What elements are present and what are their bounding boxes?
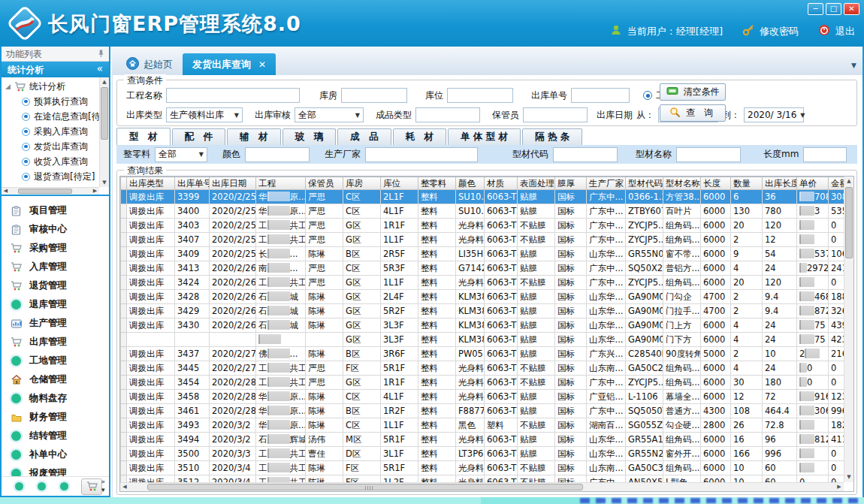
clear-conditions-button[interactable]: 清空条件	[660, 83, 726, 101]
scroll-left-icon[interactable]: ◀	[2, 188, 10, 195]
sidebar-item-工地管理[interactable]: 工地管理	[2, 352, 109, 370]
tree-item-收货入库查询[interactable]: 收货入库查询	[2, 154, 99, 169]
column-header-数量[interactable]: 数量	[731, 177, 763, 190]
table-row[interactable]: 调拨出库34282020/2/26石城陈琳G区2L4F整料KLM38176063…	[121, 290, 844, 304]
row-header-cell[interactable]	[121, 190, 127, 204]
close-button[interactable]: ✕	[844, 3, 859, 15]
column-header-型材代码[interactable]: 型材代码	[626, 177, 663, 190]
scroll-right-icon[interactable]: ▶	[835, 483, 844, 491]
sidebar-item-财务管理[interactable]: 财务管理	[2, 408, 109, 427]
scroll-down-icon[interactable]: ▼	[844, 472, 853, 482]
grid-vertical-scrollbar[interactable]: ▲ ▼	[844, 177, 853, 482]
table-row[interactable]: 调拨出库34582020/2/28华原...陈琳C区4L1F整料光身料6063-…	[121, 390, 844, 404]
table-row[interactable]: 调拨出库34132020/2/26南...严思C区5R3F整料G71422606…	[121, 261, 844, 276]
table-row[interactable]: 调拨出库35102020/3/4工共工程陈琳F区5R1F整料光身料6063-T5…	[121, 461, 844, 475]
cart-module-button[interactable]	[81, 478, 102, 495]
table-row[interactable]: 调拨出库34612020/2/28华原...陈琳B区1R2F整料F8877FT6…	[121, 404, 844, 418]
grid-horizontal-scrollbar[interactable]: ◀ ▶	[120, 482, 844, 491]
table-row[interactable]: 调拨出库34292020/2/26石城陈琳G区5R2F整料KLM38176063…	[121, 304, 844, 318]
column-header-出库日期[interactable]: 出库日期	[210, 177, 256, 190]
color-input[interactable]	[245, 147, 310, 162]
material-tab-隔热条[interactable]: 隔 热 条	[522, 128, 582, 145]
sidebar-item-仓储管理[interactable]: 仓储管理	[2, 370, 109, 389]
tree-item-采购入库查询[interactable]: 采购入库查询	[2, 124, 99, 139]
column-header-出库长度[interactable]: 出库长度	[763, 177, 797, 190]
row-header-cell[interactable]	[121, 447, 127, 461]
gongzhuang-radio[interactable]	[643, 91, 652, 100]
scrollbar-thumb[interactable]	[18, 189, 72, 194]
table-row[interactable]: 调拨出库34002020/2/25华原...严思C区4L1F整料SU10...6…	[121, 204, 844, 219]
row-header-cell[interactable]	[121, 433, 127, 447]
tree-horizontal-scrollbar[interactable]: ◀ ▶	[2, 187, 99, 195]
column-header-金额[interactable]: 金额	[829, 177, 844, 190]
table-row[interactable]: 调拨出库34242020/2/26工共工程严思G区1L1F整料光身料6063-T…	[121, 276, 844, 290]
row-header-cell[interactable]	[121, 376, 127, 390]
date-to-picker[interactable]: 2020/ 3/16▼	[744, 107, 804, 122]
outbound-type-select[interactable]: 生产领料出库▼	[166, 107, 243, 122]
keeper-input[interactable]	[523, 107, 588, 122]
product-type-input[interactable]	[415, 107, 480, 122]
column-header-出库类型[interactable]: 出库类型	[127, 177, 175, 190]
row-header-cell[interactable]	[121, 204, 127, 219]
search-button[interactable]: 查 询	[660, 104, 726, 122]
table-row[interactable]: 调拨出库34092020/2/25长...陈琳B区2R5F整料LI35HD606…	[121, 247, 844, 261]
audit-select[interactable]: 全部▼	[295, 107, 364, 122]
sidebar-item-生产管理[interactable]: 生产管理	[2, 314, 109, 333]
pin-icon[interactable]	[98, 49, 104, 60]
change-password-link[interactable]: 修改密码	[760, 25, 799, 38]
maker-input[interactable]	[365, 147, 478, 162]
table-row[interactable]: 调拨出库34372020/2/27佛...陈琳B区3R6F整料PW056063-…	[121, 347, 844, 361]
column-header-保管员[interactable]: 保管员	[306, 177, 343, 190]
material-tab-玻璃[interactable]: 玻 璃	[282, 128, 337, 145]
row-header-cell[interactable]	[121, 290, 127, 304]
sidebar-group-header[interactable]: 统计分析 «	[2, 62, 109, 77]
sidebar-item-报废管理[interactable]: 报废管理	[2, 464, 109, 476]
scroll-up-icon[interactable]: ▲	[844, 177, 853, 186]
column-header-库房[interactable]: 库房	[343, 177, 381, 190]
whole-piece-select[interactable]: 全部▼	[155, 147, 207, 162]
tab-发货出库查询[interactable]: 发货出库查询✕	[183, 53, 276, 75]
column-header-膜厚[interactable]: 膜厚	[555, 177, 587, 190]
module-dot-icon[interactable]	[15, 482, 23, 490]
column-header-型材名称[interactable]: 型材名称	[663, 177, 701, 190]
column-header-工程[interactable]: 工程	[256, 177, 306, 190]
row-header-cell[interactable]	[121, 475, 127, 483]
scroll-left-icon[interactable]: ◀	[120, 483, 129, 491]
material-tab-成品[interactable]: 成 品	[337, 128, 391, 145]
close-tab-icon[interactable]: ✕	[258, 59, 266, 70]
length-input[interactable]	[803, 147, 847, 162]
collapse-icon[interactable]: «	[96, 62, 103, 74]
sidebar-item-项目管理[interactable]: 项目管理	[2, 201, 109, 220]
scroll-down-icon[interactable]: ▼	[100, 178, 109, 187]
row-header-cell[interactable]	[121, 361, 127, 376]
logout-link[interactable]: 退出	[835, 25, 855, 38]
more-modules-chevron[interactable]: »▾	[101, 478, 105, 494]
maximize-button[interactable]: □	[826, 3, 841, 15]
row-header-cell[interactable]	[121, 233, 127, 247]
table-row[interactable]: G区3L3F整料KLM38176063-T5贴膜国标山东华...GA90M09.…	[121, 333, 844, 347]
column-header-生产厂家[interactable]: 生产厂家	[587, 177, 626, 190]
material-tab-单体型材[interactable]: 单 体 型 材	[448, 128, 521, 145]
table-row[interactable]: 调拨出库34452020/2/27工共工程严思F区5R1F整料光身料6063-T…	[121, 361, 844, 376]
sidebar-item-入库管理[interactable]: 入库管理	[2, 258, 109, 276]
sidebar-item-采购管理[interactable]: 采购管理	[2, 239, 109, 258]
tab-overflow-icon[interactable]: ▼	[851, 62, 856, 69]
material-tab-型材[interactable]: 型 材	[116, 128, 171, 145]
column-header-材质[interactable]: 材质	[485, 177, 518, 190]
profile-name-input[interactable]	[676, 147, 741, 162]
scrollbar-thumb[interactable]	[845, 187, 853, 258]
table-row[interactable]: 调拨出库33992020/2/25华原...严思C区2L1F整料SU10...6…	[121, 190, 844, 204]
sidebar-item-物料盘存[interactable]: 物料盘存	[2, 389, 109, 408]
material-tab-配件[interactable]: 配 件	[172, 128, 226, 145]
project-name-input[interactable]	[166, 88, 300, 103]
column-header-整零料[interactable]: 整零料	[418, 177, 456, 190]
column-header-库位[interactable]: 库位	[381, 177, 418, 190]
sidebar-item-补单中心[interactable]: 补单中心	[2, 445, 109, 464]
row-header-cell[interactable]	[121, 261, 127, 276]
column-header-长度[interactable]: 长度	[701, 177, 731, 190]
table-row[interactable]: 调拨出库34302020/2/26石城陈琳G区3L3F整料KLM38176063…	[121, 318, 844, 333]
warehouse-input[interactable]	[341, 88, 407, 103]
scroll-right-icon[interactable]: ▶	[91, 188, 99, 195]
sidebar-item-结转管理[interactable]: 结转管理	[2, 427, 109, 445]
tree-root[interactable]: ◢统计分析	[2, 79, 99, 94]
